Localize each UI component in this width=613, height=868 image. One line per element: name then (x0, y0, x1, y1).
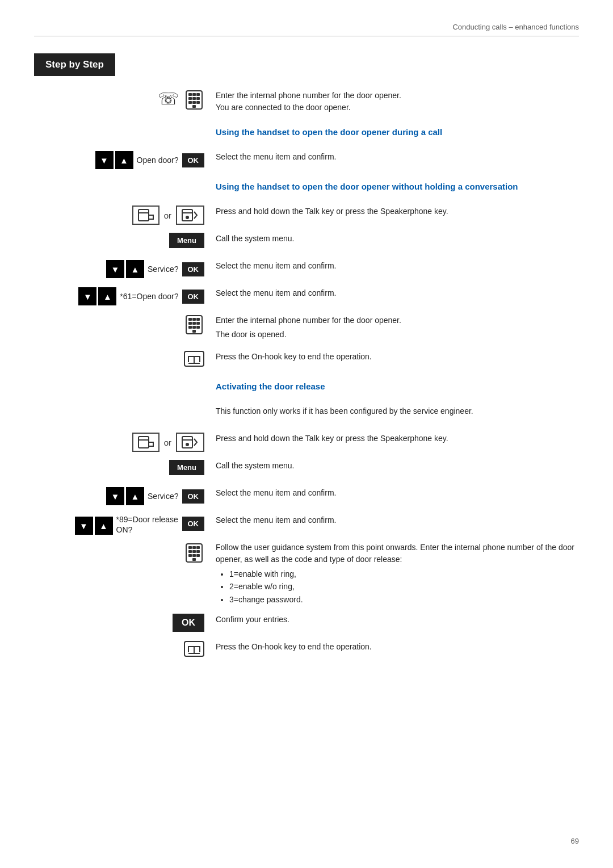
svg-rect-1 (188, 93, 192, 96)
down-arrow-service2[interactable]: ▼ (106, 487, 124, 505)
ok-confirm-text: Confirm your entries. (216, 614, 579, 626)
right-cell-guidance: Follow the user guidance system from thi… (210, 538, 579, 610)
guidance-list: 1=enable with ring, 2=enable w/o ring, 3… (229, 568, 579, 606)
menu1-text: Call the system menu. (216, 233, 579, 245)
ok-badge-open-door[interactable]: OK (182, 153, 205, 167)
menu-badge-2[interactable]: Menu (169, 460, 204, 475)
talk-key-icon (132, 206, 159, 225)
nav-service2: ▼ ▲ Service? OK (106, 487, 204, 505)
ok-badge-service2[interactable]: OK (182, 489, 205, 504)
row-talk-speaker2: or Press and hold down the Talk key or p… (34, 429, 579, 456)
right-cell-61: Select the menu item and confirm. (210, 284, 579, 306)
left-cell-ok-confirm: OK (34, 610, 210, 632)
down-arrow-service1[interactable]: ▼ (106, 260, 124, 278)
guidance-item-1: 1=enable with ring, (229, 568, 579, 580)
right-cell-open-door: Select the menu item and confirm. (210, 148, 579, 170)
heading1: Using the handset to open the door opene… (216, 126, 579, 138)
talk-speaker-row2: or (132, 433, 204, 452)
row-onhook2: Press the On-hook key to end the operati… (34, 638, 579, 665)
89-text: Select the menu item and confirm. (216, 514, 579, 526)
svg-rect-38 (196, 546, 200, 549)
svg-rect-44 (196, 554, 200, 557)
right-cell-intro: Enter the internal phone number for the … (210, 86, 579, 120)
nav-arrows-89: ▼ ▲ (75, 517, 113, 535)
up-arrow-service2[interactable]: ▲ (126, 487, 144, 505)
nav-open-door: ▼ ▲ Open door? OK (95, 151, 204, 169)
menu-badge-1[interactable]: Menu (169, 233, 204, 248)
svg-point-15 (186, 216, 189, 219)
svg-rect-26 (192, 330, 196, 333)
open-door-text: Select the menu item and confirm. (216, 151, 579, 163)
61-text: Select the menu item and confirm. (216, 287, 579, 299)
row-onhook1: Press the On-hook key to end the operati… (34, 347, 579, 375)
svg-rect-43 (192, 554, 196, 557)
left-cell-menu1: Menu (34, 229, 210, 248)
up-arrow-61[interactable]: ▲ (98, 287, 116, 305)
left-cell-h2 (34, 175, 210, 178)
heading2: Using the handset to open the door opene… (216, 181, 579, 192)
up-arrow-service1[interactable]: ▲ (126, 260, 144, 278)
down-arrow-61[interactable]: ▼ (78, 287, 96, 305)
svg-rect-37 (192, 546, 196, 549)
svg-rect-42 (188, 554, 192, 557)
left-cell-talk: or (34, 202, 210, 225)
keypad-icon-2 (184, 315, 204, 335)
svg-rect-3 (196, 93, 200, 96)
intro-text: Enter the internal phone number for the … (216, 90, 579, 114)
right-cell-menu2: Call the system menu. (210, 456, 579, 479)
keypad2-text1: Enter the internal phone number for the … (216, 315, 579, 326)
svg-rect-11 (138, 209, 149, 221)
right-cell-onhook1: Press the On-hook key to end the operati… (210, 347, 579, 370)
down-arrow-open-door[interactable]: ▼ (95, 151, 114, 169)
svg-rect-25 (196, 326, 200, 329)
svg-rect-30 (138, 437, 149, 448)
left-cell-intro: ☏︎ (34, 86, 210, 110)
right-cell-h3: Activating the door release (210, 375, 579, 400)
talk-speaker-row: or (132, 206, 204, 225)
svg-rect-40 (192, 550, 196, 553)
svg-rect-39 (188, 550, 192, 553)
left-cell-service2: ▼ ▲ Service? OK (34, 484, 210, 505)
right-cell-ok-confirm: Confirm your entries. (210, 610, 579, 632)
left-cell-menu2: Menu (34, 456, 210, 475)
row-service-engineer: This function only works if it has been … (34, 402, 579, 429)
right-cell-service2: Select the menu item and confirm. (210, 484, 579, 506)
open-door-label: Open door? (137, 156, 179, 165)
right-cell-talk: Press and hold down the Talk key or pres… (210, 202, 579, 224)
svg-rect-6 (196, 97, 200, 100)
ok-badge-61[interactable]: OK (182, 290, 205, 304)
svg-point-34 (186, 443, 189, 446)
header-title: Conducting calls – enhanced functions (452, 23, 579, 31)
nav-arrows-open-door: ▼ ▲ (95, 151, 133, 169)
left-cell-talk2: or (34, 429, 210, 452)
left-cell-h3 (34, 375, 210, 378)
down-arrow-89[interactable]: ▼ (75, 517, 93, 535)
ok-badge-confirm[interactable]: OK (173, 614, 204, 632)
ok-badge-89[interactable]: OK (182, 517, 205, 531)
61-label: *61=Open door? (120, 292, 178, 301)
page: Conducting calls – enhanced functions St… (0, 0, 613, 868)
page-number: 69 (571, 837, 579, 845)
svg-rect-24 (192, 326, 196, 329)
left-cell-61: ▼ ▲ *61=Open door? OK (34, 284, 210, 305)
onhook-icon-1 (184, 351, 204, 367)
service2-text: Select the menu item and confirm. (216, 487, 579, 499)
right-cell-h2: Using the handset to open the door opene… (210, 175, 579, 200)
up-arrow-open-door[interactable]: ▲ (115, 151, 133, 169)
service-engineer-text: This function only works if it has been … (216, 405, 579, 417)
up-arrow-89[interactable]: ▲ (95, 517, 113, 535)
speaker-key-icon2 (176, 433, 204, 452)
ok-badge-service1[interactable]: OK (182, 262, 205, 276)
row-61-open-door: ▼ ▲ *61=Open door? OK Select the menu it… (34, 284, 579, 311)
nav-arrows-61: ▼ ▲ (78, 287, 116, 305)
left-column: Step by Step (34, 53, 210, 86)
svg-rect-4 (188, 97, 192, 100)
row-heading3: Activating the door release (34, 375, 579, 402)
right-cell-onhook2: Press the On-hook key to end the operati… (210, 638, 579, 660)
svg-rect-7 (188, 101, 192, 104)
service1-text: Select the menu item and confirm. (216, 260, 579, 272)
left-cell-onhook1 (34, 347, 210, 367)
guidance-item-3: 3=change password. (229, 593, 579, 606)
step-by-step-label: Step by Step (34, 53, 115, 76)
talk-speaker-text: Press and hold down the Talk key or pres… (216, 206, 579, 217)
